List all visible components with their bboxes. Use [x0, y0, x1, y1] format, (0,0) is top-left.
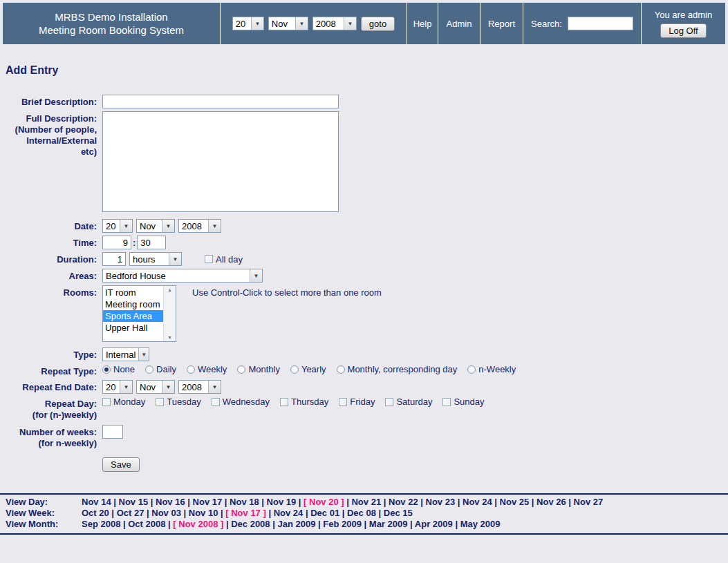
areas-select[interactable]: Bedford House ▼ [102, 269, 263, 283]
repeat-type-option-label: Daily [156, 364, 176, 374]
repeat-type-option[interactable]: Weekly [187, 364, 227, 374]
date-link[interactable]: Feb 2009 [323, 519, 362, 529]
date-link[interactable]: Nov 21 [351, 497, 381, 507]
scroll-up-icon[interactable]: ▲ [167, 287, 172, 292]
full-description-textarea[interactable] [102, 111, 339, 212]
repeat-end-year-select[interactable]: 2008 ▼ [178, 380, 221, 394]
repeat-end-day-select[interactable]: 20 ▼ [102, 380, 133, 394]
duration-value-input[interactable] [102, 252, 126, 266]
repeat-day-option[interactable]: Monday [102, 397, 145, 407]
date-link[interactable]: Oct 20 [82, 508, 109, 518]
date-link[interactable]: Nov 03 [151, 508, 181, 518]
repeat-type-option[interactable]: n-Weekly [467, 364, 516, 374]
date-link[interactable]: Dec 01 [310, 508, 339, 518]
checkbox-icon[interactable] [442, 398, 451, 406]
separator: | [303, 508, 310, 518]
repeat-day-option[interactable]: Thursday [280, 397, 328, 407]
repeat-type-option[interactable]: Daily [145, 364, 176, 374]
date-link[interactable]: Nov 23 [426, 497, 456, 507]
checkbox-icon[interactable] [102, 398, 111, 406]
date-link[interactable]: Nov 24 [274, 508, 304, 518]
duration-unit-select[interactable]: hours ▼ [129, 252, 182, 266]
date-link[interactable]: Dec 15 [384, 508, 413, 518]
all-day-option[interactable]: All day [205, 254, 243, 265]
goto-year-select[interactable]: 2008 ▼ [312, 17, 357, 30]
search-label: Search: [531, 19, 562, 29]
date-link[interactable]: Dec 08 [347, 508, 376, 518]
radio-icon[interactable] [187, 365, 195, 374]
date-day-select[interactable]: 20 ▼ [102, 219, 133, 233]
checkbox-icon[interactable] [156, 398, 164, 406]
date-link[interactable]: Nov 22 [389, 497, 418, 507]
date-link[interactable]: Jan 2009 [277, 519, 315, 529]
date-link[interactable]: Nov 15 [119, 497, 149, 507]
date-link[interactable]: Oct 2008 [128, 519, 165, 529]
radio-icon[interactable] [237, 365, 245, 374]
repeat-day-option[interactable]: Tuesday [156, 397, 200, 407]
radio-icon[interactable] [467, 365, 476, 374]
room-option[interactable]: Sports Area [103, 310, 163, 322]
date-link[interactable]: Nov 18 [230, 497, 259, 507]
time-minute-input[interactable] [137, 236, 166, 249]
date-link[interactable]: Apr 2009 [415, 519, 453, 529]
room-option[interactable]: IT room [103, 287, 163, 298]
repeat-day-option[interactable]: Saturday [385, 397, 432, 407]
date-link[interactable]: Nov 10 [189, 508, 218, 518]
brief-description-input[interactable] [102, 95, 339, 108]
all-day-checkbox[interactable] [205, 255, 213, 263]
date-link[interactable]: Nov 26 [536, 497, 566, 507]
time-hour-input[interactable] [102, 236, 131, 249]
date-year-select[interactable]: 2008 ▼ [178, 219, 221, 233]
room-option[interactable]: Meeting room [103, 298, 163, 310]
number-of-weeks-label: Number of weeks: (for n-weekly) [0, 425, 97, 449]
repeat-day-option[interactable]: Wednesday [212, 397, 270, 407]
repeat-type-option[interactable]: Monthly [237, 364, 280, 374]
date-link[interactable]: May 2009 [460, 519, 501, 529]
nav-report[interactable]: Report [480, 3, 523, 44]
checkbox-icon[interactable] [385, 398, 393, 406]
repeat-type-option[interactable]: None [102, 364, 135, 374]
logoff-button[interactable]: Log Off [660, 23, 706, 38]
date-link[interactable]: Dec 2008 [231, 519, 270, 529]
goto-month-select[interactable]: Nov ▼ [268, 17, 308, 30]
date-link[interactable]: Nov 19 [267, 497, 297, 507]
date-link[interactable]: Oct 27 [117, 508, 144, 518]
date-link[interactable]: Nov 27 [574, 497, 604, 507]
date-link[interactable]: Sep 2008 [82, 519, 120, 529]
radio-icon[interactable] [337, 365, 345, 374]
checkbox-icon[interactable] [339, 398, 347, 406]
rooms-label: Rooms: [0, 285, 97, 298]
checkbox-icon[interactable] [212, 398, 220, 406]
radio-icon[interactable] [145, 365, 153, 374]
date-link[interactable]: Nov 14 [82, 497, 111, 507]
nav-admin[interactable]: Admin [438, 3, 480, 44]
repeat-end-month-select[interactable]: Nov ▼ [136, 380, 175, 394]
search-input[interactable] [568, 17, 633, 30]
repeat-type-option[interactable]: Yearly [290, 364, 326, 374]
date-link[interactable]: Nov 24 [463, 497, 492, 507]
room-option[interactable]: Upper Hall [103, 322, 163, 334]
type-select[interactable]: Internal ▼ [102, 347, 149, 361]
repeat-day-option[interactable]: Friday [339, 397, 375, 407]
rooms-scrollbar[interactable]: ▲ ▼ [163, 286, 176, 341]
radio-icon[interactable] [102, 365, 111, 374]
repeat-day-option-label: Monday [113, 397, 145, 407]
save-button[interactable]: Save [102, 457, 140, 472]
date-link[interactable]: Nov 16 [156, 497, 185, 507]
rooms-listbox[interactable]: IT roomMeeting roomSports AreaUpper Hall… [102, 285, 176, 342]
scroll-down-icon[interactable]: ▼ [167, 335, 172, 340]
page: MRBS Demo Installation Meeting Room Book… [0, 3, 728, 563]
nav-help[interactable]: Help [407, 3, 438, 44]
repeat-type-option[interactable]: Monthly, corresponding day [337, 364, 458, 374]
goto-button[interactable]: goto [361, 17, 395, 31]
admin-status-section: You are admin Log Off [641, 3, 725, 44]
repeat-day-option[interactable]: Sunday [442, 397, 484, 407]
date-link[interactable]: Mar 2009 [369, 519, 408, 529]
radio-icon[interactable] [290, 365, 299, 374]
number-of-weeks-input[interactable] [102, 425, 123, 439]
date-link[interactable]: Nov 17 [193, 497, 223, 507]
date-month-select[interactable]: Nov ▼ [136, 219, 175, 233]
date-link[interactable]: Nov 25 [500, 497, 530, 507]
goto-day-select[interactable]: 20 ▼ [232, 17, 264, 30]
checkbox-icon[interactable] [280, 398, 288, 406]
